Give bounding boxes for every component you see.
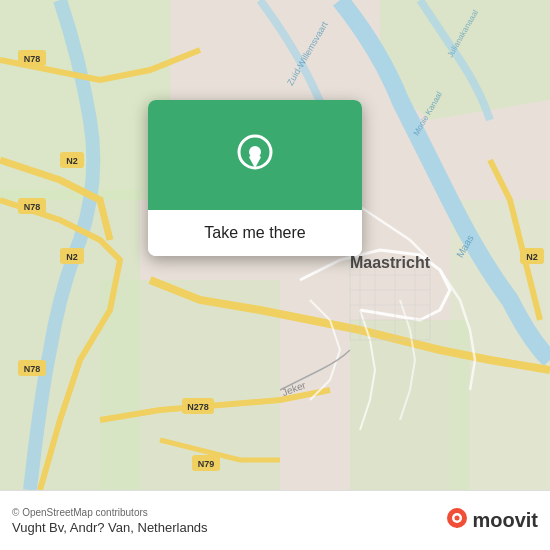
moovit-logo: moovit — [446, 507, 538, 535]
moovit-pin-icon — [446, 507, 468, 535]
svg-text:N78: N78 — [24, 364, 41, 374]
copyright-text: © OpenStreetMap contributors — [12, 507, 208, 518]
svg-text:N79: N79 — [198, 459, 215, 469]
popup-green-area — [148, 100, 362, 210]
svg-text:N78: N78 — [24, 54, 41, 64]
footer-bar: © OpenStreetMap contributors Vught Bv, A… — [0, 490, 550, 550]
svg-text:Maastricht: Maastricht — [350, 254, 431, 271]
take-me-there-button[interactable]: Take me there — [192, 220, 317, 246]
svg-text:N2: N2 — [66, 252, 78, 262]
footer-left: © OpenStreetMap contributors Vught Bv, A… — [12, 507, 208, 535]
svg-text:N2: N2 — [66, 156, 78, 166]
svg-text:N2: N2 — [526, 252, 538, 262]
location-pin-icon — [233, 133, 277, 177]
svg-text:N78: N78 — [24, 202, 41, 212]
popup-card: Take me there — [148, 100, 362, 256]
map-container: N78 N78 N78 N2 N2 N2 N278 N79 Maastricht… — [0, 0, 550, 490]
location-name: Vught Bv, Andr? Van, Netherlands — [12, 520, 208, 535]
svg-text:N278: N278 — [187, 402, 209, 412]
popup-button-area: Take me there — [148, 210, 362, 256]
moovit-text: moovit — [472, 509, 538, 532]
svg-point-36 — [455, 515, 460, 520]
